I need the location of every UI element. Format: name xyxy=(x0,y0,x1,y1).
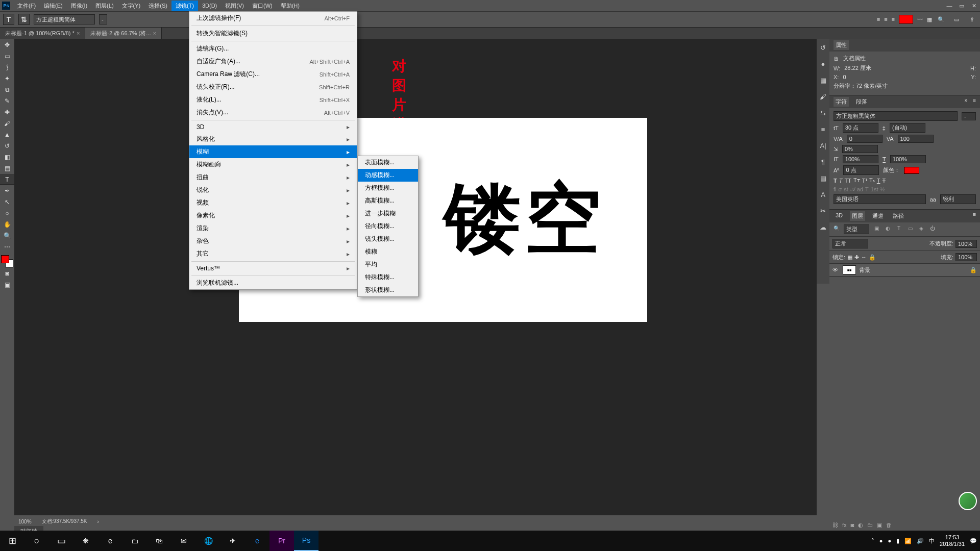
tray-up-icon[interactable]: ˄ xyxy=(871,538,874,544)
tab-paths[interactable]: 路径 xyxy=(891,211,906,221)
glyphs-icon[interactable]: A| xyxy=(819,141,828,150)
tray-app-icon[interactable]: ● xyxy=(879,538,883,544)
filter-type[interactable]: 类型 xyxy=(844,224,869,234)
align-center-icon[interactable]: ≡ xyxy=(884,16,887,22)
font-family-select[interactable]: 方正超粗黑简体 xyxy=(34,14,95,24)
lock-pixels-icon[interactable]: ▦ xyxy=(847,254,852,261)
styles-icon[interactable]: ≡ xyxy=(819,124,828,134)
fx-icon[interactable]: fx xyxy=(842,522,847,529)
app-ie[interactable]: e xyxy=(98,531,122,551)
filter-text-icon[interactable]: T xyxy=(895,224,903,232)
filter-smart-icon[interactable]: ◈ xyxy=(917,224,925,232)
menu-edit[interactable]: 编辑(E) xyxy=(40,1,67,11)
menu-item-vanishing[interactable]: 消失点(V)...Alt+Ctrl+V xyxy=(189,106,357,119)
submenu-motion-blur[interactable]: 动感模糊... xyxy=(358,169,418,182)
window-minimize[interactable]: — xyxy=(943,3,955,9)
super-icon[interactable]: T¹ xyxy=(862,178,867,184)
menu-item-blur-gallery[interactable]: 模糊画廊 xyxy=(189,158,357,171)
properties-tab[interactable]: 属性 xyxy=(834,40,849,50)
app-mail[interactable]: ✉ xyxy=(172,531,196,551)
font-size[interactable]: 30 点 xyxy=(843,123,878,133)
filter-image-icon[interactable]: ▣ xyxy=(872,224,880,232)
panel-menu-icon[interactable]: ≡ xyxy=(973,211,976,221)
submenu-gaussian-blur[interactable]: 高斯模糊... xyxy=(358,194,418,207)
menu-item-adaptive[interactable]: 自适应广角(A)...Alt+Shift+Ctrl+A xyxy=(189,55,357,68)
adjustment-icon[interactable]: ◐ xyxy=(858,522,863,529)
menu-layer[interactable]: 图层(L) xyxy=(91,1,117,11)
app-fly[interactable]: ✈ xyxy=(220,531,245,551)
menu-image[interactable]: 图像(I) xyxy=(67,1,91,11)
leading[interactable]: (自动) xyxy=(890,123,925,133)
assistant-bubble[interactable] xyxy=(959,492,977,510)
window-close[interactable]: ✕ xyxy=(968,3,980,9)
char-styles-icon[interactable]: A xyxy=(819,190,828,199)
quickmask-icon[interactable]: ◙ xyxy=(1,268,13,279)
lasso-tool[interactable]: ⟆ xyxy=(1,62,13,72)
tab-3d[interactable]: 3D xyxy=(834,211,845,221)
share-icon[interactable]: ⇪ xyxy=(967,14,977,24)
tab-doc-1[interactable]: 未标题-1 @ 100%(RGB/8) *× xyxy=(0,28,85,39)
liga-a-icon[interactable]: 𝒜 xyxy=(850,186,855,192)
zoom-tool[interactable]: 🔍 xyxy=(1,231,13,241)
lang-select[interactable]: 美国英语 xyxy=(834,194,926,204)
menu-item-render[interactable]: 渲染 xyxy=(189,222,357,235)
vscale[interactable]: 100% xyxy=(890,155,926,163)
menu-item-stylize[interactable]: 风格化 xyxy=(189,133,357,145)
scale-pct[interactable]: 0% xyxy=(842,145,878,153)
frac-icon[interactable]: 1st xyxy=(871,186,878,192)
blend-mode[interactable]: 正常 xyxy=(832,239,868,248)
menu-item-sharpen[interactable]: 锐化 xyxy=(189,184,357,196)
move-tool[interactable]: ✥ xyxy=(1,40,13,50)
settings-icon[interactable]: ✂ xyxy=(819,206,828,215)
menu-item-pixelate[interactable]: 像素化 xyxy=(189,209,357,222)
tracking[interactable]: 100 xyxy=(898,135,934,143)
group-icon[interactable]: 🗀 xyxy=(867,522,873,529)
menu-3d[interactable]: 3D(D) xyxy=(198,1,221,10)
app-premiere[interactable]: Pr xyxy=(270,531,294,551)
align-right-icon[interactable]: ≡ xyxy=(892,16,895,22)
close-icon[interactable]: × xyxy=(153,30,156,36)
orientation-icon[interactable]: ⇅ xyxy=(18,14,30,25)
menu-item-smart-filter[interactable]: 转换为智能滤镜(S) xyxy=(189,27,357,40)
clock[interactable]: 17:53 2018/1/31 xyxy=(940,534,965,547)
liga-st-icon[interactable]: st xyxy=(844,186,848,192)
text-color-swatch[interactable] xyxy=(899,15,913,24)
frame-icon[interactable]: ▭ xyxy=(951,14,962,24)
volume-icon[interactable]: 🔊 xyxy=(917,538,924,544)
cloud-icon[interactable]: ☁ xyxy=(819,222,828,232)
sub-icon[interactable]: T₁ xyxy=(869,177,875,184)
collapse-icon[interactable]: » xyxy=(964,97,967,107)
tab-layers[interactable]: 图层 xyxy=(850,211,865,221)
filter-shape-icon[interactable]: ▭ xyxy=(906,224,914,232)
menu-item-liquify[interactable]: 液化(L)...Shift+Ctrl+X xyxy=(189,93,357,106)
search-icon[interactable]: 🔍 xyxy=(936,14,946,24)
char-tab[interactable]: 字符 xyxy=(834,97,849,107)
text-color[interactable] xyxy=(904,167,919,174)
start-button[interactable]: ⊞ xyxy=(0,531,24,551)
fg-bg-colors[interactable] xyxy=(1,255,13,267)
marquee-tool[interactable]: ▭ xyxy=(1,51,13,61)
eraser-tool[interactable]: ◧ xyxy=(1,152,13,162)
menu-type[interactable]: 文字(Y) xyxy=(118,1,145,11)
crop-tool[interactable]: ⧉ xyxy=(1,85,13,95)
app-store[interactable]: 🛍 xyxy=(147,531,172,551)
history-brush-tool[interactable]: ↺ xyxy=(1,141,13,151)
eyedropper-tool[interactable]: ✎ xyxy=(1,96,13,106)
caps-icon[interactable]: TT xyxy=(844,178,851,184)
adjust-icon[interactable]: ⇆ xyxy=(819,108,828,117)
menu-item-blur[interactable]: 模糊 xyxy=(189,145,357,158)
layer-row[interactable]: 👁 ■■ 背景 🔒 xyxy=(829,264,980,276)
link-icon[interactable]: ⛓ xyxy=(832,522,838,529)
ord-icon[interactable]: ad xyxy=(857,186,863,192)
font-family[interactable]: 方正超粗黑简体 xyxy=(834,111,958,121)
tray-app2-icon[interactable]: ● xyxy=(888,538,891,544)
panel-menu-icon[interactable]: ≡ xyxy=(973,97,976,107)
shape-tool[interactable]: ○ xyxy=(1,208,13,218)
menu-window[interactable]: 窗口(W) xyxy=(248,1,277,11)
menu-filter[interactable]: 滤镜(T) xyxy=(172,1,198,11)
submenu-lens-blur[interactable]: 镜头模糊... xyxy=(358,233,418,245)
menu-item-vertus[interactable]: Vertus™ xyxy=(189,263,357,274)
font-style[interactable]: - xyxy=(962,112,976,120)
notifications-icon[interactable]: 💬 xyxy=(970,538,977,544)
submenu-surface-blur[interactable]: 表面模糊... xyxy=(358,156,418,169)
